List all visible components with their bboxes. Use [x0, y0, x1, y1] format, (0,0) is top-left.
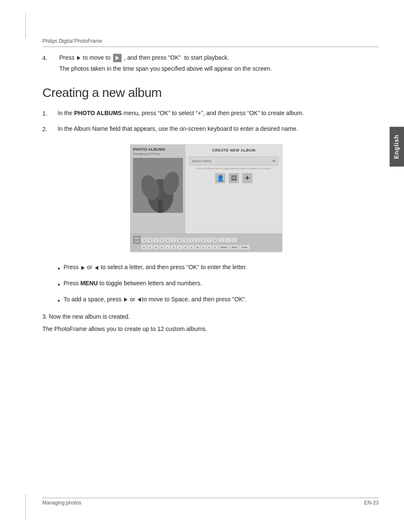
album-name-placeholder: Album Name [192, 159, 211, 163]
step4-line1: Press to move to , and then press "OK" t… [59, 53, 370, 62]
key-o: o [147, 245, 152, 249]
step2-number: 2. [42, 124, 58, 134]
plant-image [133, 158, 183, 213]
photo-main-panel: CREATE NEW ALBUM Album Name ✏ Press the … [185, 145, 282, 234]
key-c: c [153, 238, 158, 242]
key-abc-123: ABC123 [133, 236, 141, 245]
main-content: 4. Press to move to , and then press "OK… [42, 53, 370, 334]
album-icons-row: 👤 🖼 + [189, 173, 279, 183]
step3-text: Now the new album is created. [47, 313, 130, 320]
keyboard-area: ABC123 a b c d e f g h i j k l m [130, 234, 282, 252]
arrow-left-icon-b3 [138, 298, 141, 302]
plus-icon-btn: + [242, 173, 252, 183]
step4-content: Press to move to , and then press "OK" t… [59, 53, 370, 75]
key-p: p [153, 245, 158, 249]
key-f: f [171, 238, 176, 242]
bullet-dot-1: • [58, 263, 64, 274]
key-l: l [207, 238, 212, 242]
key-t: t [177, 245, 182, 249]
left-border-top [25, 13, 26, 38]
bullet-dot-3: • [58, 295, 64, 306]
photo-ui: PHOTO ALBUMS Manage your Photos CREATE N… [130, 145, 282, 234]
bullet-2: • Press MENU to toggle between letters a… [58, 278, 370, 290]
key-r: r [165, 245, 170, 249]
step-3: 3. Now the new album is created. [42, 312, 370, 321]
bottom-divider [42, 498, 379, 498]
key-space-arrow: → [219, 238, 224, 242]
arrow-right-icon-b3 [124, 298, 127, 302]
pencil-icon: ✏ [272, 159, 276, 163]
bullet-1-text: Press or to select a letter, and then pr… [64, 262, 370, 272]
key-d: d [159, 238, 164, 242]
image-icon-btn: 🖼 [229, 173, 239, 183]
screenshot-container: PHOTO ALBUMS Manage your Photos CREATE N… [130, 144, 282, 253]
bullet-3: • To add a space, press or to move to Sp… [58, 295, 370, 306]
arrow-right-icon [77, 56, 80, 60]
step1-text-pre: In the [58, 110, 74, 116]
section-heading: Creating a new album [42, 85, 370, 100]
key-h: h [183, 238, 188, 242]
play-icon-box [113, 54, 122, 62]
photo-thumbnail [133, 158, 183, 213]
arrow-left-icon-b1 [95, 266, 98, 270]
bullet-1: • Press or to select a letter, and then … [58, 262, 370, 274]
key-backspace: ← [225, 238, 231, 242]
album-name-field: Album Name ✏ [189, 157, 279, 165]
key-w: w [195, 245, 200, 249]
key-space-label: Space [219, 245, 229, 249]
english-language-tab: English [390, 127, 404, 167]
key-v: v [189, 245, 194, 249]
bullet-2-text: Press MENU to toggle between letters and… [64, 278, 370, 288]
step2-content: In the Album Name field that appears, us… [58, 124, 370, 133]
step3-number: 3. [42, 313, 47, 320]
key-q: q [159, 245, 164, 249]
left-border-bottom [25, 494, 26, 519]
footer-right: EN-23 [364, 500, 379, 506]
photo-sidebar-title: PHOTO ALBUMS [133, 147, 183, 152]
step1-text-post: menu, press “OK” to select “+”, and then… [122, 110, 304, 116]
key-g: g [177, 238, 182, 242]
step-2: 2. In the Album Name field that appears,… [42, 124, 370, 134]
key-y: y [207, 245, 212, 249]
step-4: 4. Press to move to , and then press "OK… [42, 53, 370, 75]
album-name-hint: Press the Menu key to toggle between let… [189, 167, 279, 170]
key-z: z [213, 245, 218, 249]
key-down: ↓ [232, 238, 237, 242]
photo-sidebar-subtitle: Manage your Photos [133, 152, 183, 155]
key-k: k [201, 238, 206, 242]
keyboard-row-1: ABC123 a b c d e f g h i j k l m [133, 236, 279, 245]
step1-content: In the PHOTO ALBUMS menu, press “OK” to … [58, 108, 370, 118]
bullet-dot-2: • [58, 279, 64, 290]
bullet-list: • Press or to select a letter, and then … [58, 262, 370, 306]
key-b: b [147, 238, 152, 242]
key-n: n [141, 245, 147, 249]
key-e: e [165, 238, 170, 242]
key-j: j [195, 238, 200, 242]
step4-number: 4. [42, 53, 59, 63]
photo-sidebar: PHOTO ALBUMS Manage your Photos [130, 145, 185, 234]
step1-number: 1. [42, 108, 58, 118]
key-m: m [213, 238, 218, 242]
top-divider [42, 47, 379, 47]
arrow-right-icon-b1 [81, 266, 85, 270]
key-done-label: Done [240, 245, 249, 249]
person-icon-btn: 👤 [215, 173, 225, 183]
screenshot-inner: PHOTO ALBUMS Manage your Photos CREATE N… [130, 145, 282, 252]
key-u: u [183, 245, 188, 249]
key-x: x [201, 245, 206, 249]
page-container: Philips Digital PhotoFrame Managing phot… [0, 0, 404, 532]
key-back-label: Back [230, 245, 239, 249]
key-a: a [141, 238, 147, 242]
create-album-title: CREATE NEW ALBUM [189, 148, 279, 152]
footer-left: Managing photos [42, 500, 81, 506]
step1-bold: PHOTO ALBUMS [74, 110, 122, 116]
key-i: i [189, 238, 194, 242]
final-note: The PhotoFrame allows you to create up t… [42, 324, 370, 334]
menu-bold: MENU [80, 280, 98, 287]
keyboard-row-2: n o p q r s t u v w x y z Space [133, 245, 279, 249]
bullet-3-text: To add a space, press or to move to Spac… [64, 295, 370, 304]
play-triangle-icon [116, 56, 119, 60]
step-1: 1. In the PHOTO ALBUMS menu, press “OK” … [42, 108, 370, 118]
key-s: s [171, 245, 176, 249]
step4-line2: The photos taken in the time span you sp… [59, 64, 370, 73]
